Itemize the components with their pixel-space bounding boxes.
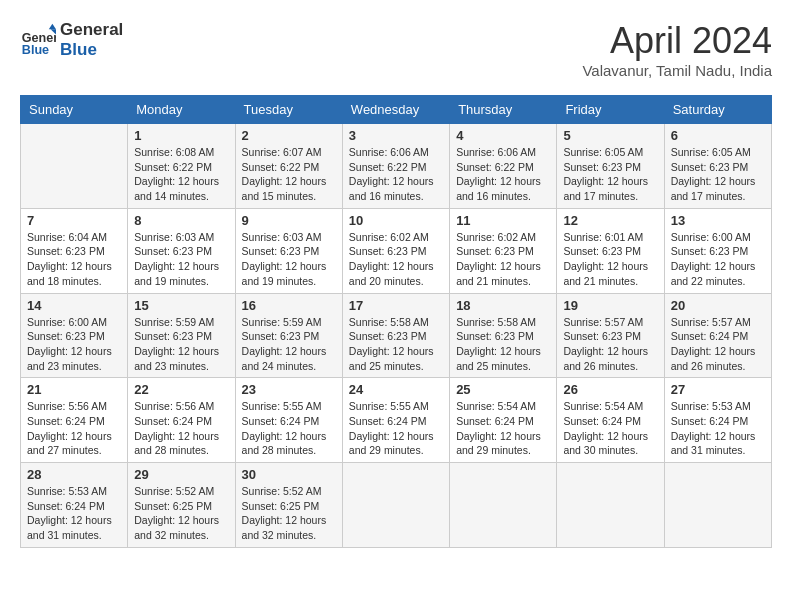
day-info: Sunrise: 5:56 AM Sunset: 6:24 PM Dayligh… xyxy=(27,399,121,458)
day-number: 24 xyxy=(349,382,443,397)
day-number: 19 xyxy=(563,298,657,313)
weekday-header-wednesday: Wednesday xyxy=(342,96,449,124)
day-number: 7 xyxy=(27,213,121,228)
location: Valavanur, Tamil Nadu, India xyxy=(582,62,772,79)
day-info: Sunrise: 6:07 AM Sunset: 6:22 PM Dayligh… xyxy=(242,145,336,204)
day-info: Sunrise: 6:02 AM Sunset: 6:23 PM Dayligh… xyxy=(456,230,550,289)
day-number: 14 xyxy=(27,298,121,313)
weekday-header-thursday: Thursday xyxy=(450,96,557,124)
calendar-cell: 2Sunrise: 6:07 AM Sunset: 6:22 PM Daylig… xyxy=(235,124,342,209)
calendar-cell: 27Sunrise: 5:53 AM Sunset: 6:24 PM Dayli… xyxy=(664,378,771,463)
day-info: Sunrise: 5:54 AM Sunset: 6:24 PM Dayligh… xyxy=(563,399,657,458)
calendar-cell: 14Sunrise: 6:00 AM Sunset: 6:23 PM Dayli… xyxy=(21,293,128,378)
day-info: Sunrise: 5:59 AM Sunset: 6:23 PM Dayligh… xyxy=(242,315,336,374)
calendar-cell: 3Sunrise: 6:06 AM Sunset: 6:22 PM Daylig… xyxy=(342,124,449,209)
calendar-cell: 19Sunrise: 5:57 AM Sunset: 6:23 PM Dayli… xyxy=(557,293,664,378)
calendar-cell: 8Sunrise: 6:03 AM Sunset: 6:23 PM Daylig… xyxy=(128,208,235,293)
calendar-cell: 30Sunrise: 5:52 AM Sunset: 6:25 PM Dayli… xyxy=(235,463,342,548)
calendar-header-row: SundayMondayTuesdayWednesdayThursdayFrid… xyxy=(21,96,772,124)
day-number: 25 xyxy=(456,382,550,397)
calendar-week-row: 7Sunrise: 6:04 AM Sunset: 6:23 PM Daylig… xyxy=(21,208,772,293)
day-number: 26 xyxy=(563,382,657,397)
weekday-header-sunday: Sunday xyxy=(21,96,128,124)
calendar-cell: 28Sunrise: 5:53 AM Sunset: 6:24 PM Dayli… xyxy=(21,463,128,548)
calendar-cell xyxy=(21,124,128,209)
day-info: Sunrise: 5:55 AM Sunset: 6:24 PM Dayligh… xyxy=(242,399,336,458)
day-number: 11 xyxy=(456,213,550,228)
title-block: April 2024 Valavanur, Tamil Nadu, India xyxy=(582,20,772,79)
calendar-cell: 15Sunrise: 5:59 AM Sunset: 6:23 PM Dayli… xyxy=(128,293,235,378)
weekday-header-saturday: Saturday xyxy=(664,96,771,124)
day-number: 18 xyxy=(456,298,550,313)
day-info: Sunrise: 5:54 AM Sunset: 6:24 PM Dayligh… xyxy=(456,399,550,458)
day-info: Sunrise: 6:06 AM Sunset: 6:22 PM Dayligh… xyxy=(349,145,443,204)
calendar-cell: 17Sunrise: 5:58 AM Sunset: 6:23 PM Dayli… xyxy=(342,293,449,378)
calendar-cell: 6Sunrise: 6:05 AM Sunset: 6:23 PM Daylig… xyxy=(664,124,771,209)
day-info: Sunrise: 5:58 AM Sunset: 6:23 PM Dayligh… xyxy=(349,315,443,374)
day-info: Sunrise: 5:58 AM Sunset: 6:23 PM Dayligh… xyxy=(456,315,550,374)
calendar-table: SundayMondayTuesdayWednesdayThursdayFrid… xyxy=(20,95,772,548)
day-info: Sunrise: 5:57 AM Sunset: 6:24 PM Dayligh… xyxy=(671,315,765,374)
weekday-header-monday: Monday xyxy=(128,96,235,124)
calendar-cell: 13Sunrise: 6:00 AM Sunset: 6:23 PM Dayli… xyxy=(664,208,771,293)
calendar-cell: 29Sunrise: 5:52 AM Sunset: 6:25 PM Dayli… xyxy=(128,463,235,548)
day-number: 21 xyxy=(27,382,121,397)
day-info: Sunrise: 6:01 AM Sunset: 6:23 PM Dayligh… xyxy=(563,230,657,289)
day-number: 30 xyxy=(242,467,336,482)
day-number: 28 xyxy=(27,467,121,482)
calendar-cell: 1Sunrise: 6:08 AM Sunset: 6:22 PM Daylig… xyxy=(128,124,235,209)
day-info: Sunrise: 6:05 AM Sunset: 6:23 PM Dayligh… xyxy=(671,145,765,204)
day-info: Sunrise: 6:02 AM Sunset: 6:23 PM Dayligh… xyxy=(349,230,443,289)
logo-text-general: General xyxy=(60,20,123,40)
calendar-cell: 11Sunrise: 6:02 AM Sunset: 6:23 PM Dayli… xyxy=(450,208,557,293)
calendar-cell xyxy=(664,463,771,548)
day-info: Sunrise: 5:52 AM Sunset: 6:25 PM Dayligh… xyxy=(134,484,228,543)
calendar-cell: 21Sunrise: 5:56 AM Sunset: 6:24 PM Dayli… xyxy=(21,378,128,463)
day-number: 27 xyxy=(671,382,765,397)
calendar-week-row: 14Sunrise: 6:00 AM Sunset: 6:23 PM Dayli… xyxy=(21,293,772,378)
day-info: Sunrise: 6:03 AM Sunset: 6:23 PM Dayligh… xyxy=(242,230,336,289)
svg-text:Blue: Blue xyxy=(22,43,49,57)
day-number: 9 xyxy=(242,213,336,228)
day-number: 5 xyxy=(563,128,657,143)
day-number: 3 xyxy=(349,128,443,143)
page-header: General Blue General Blue April 2024 Val… xyxy=(20,20,772,79)
calendar-cell xyxy=(342,463,449,548)
calendar-week-row: 21Sunrise: 5:56 AM Sunset: 6:24 PM Dayli… xyxy=(21,378,772,463)
calendar-cell: 23Sunrise: 5:55 AM Sunset: 6:24 PM Dayli… xyxy=(235,378,342,463)
calendar-week-row: 1Sunrise: 6:08 AM Sunset: 6:22 PM Daylig… xyxy=(21,124,772,209)
month-title: April 2024 xyxy=(582,20,772,62)
day-info: Sunrise: 6:00 AM Sunset: 6:23 PM Dayligh… xyxy=(671,230,765,289)
calendar-cell: 12Sunrise: 6:01 AM Sunset: 6:23 PM Dayli… xyxy=(557,208,664,293)
day-info: Sunrise: 5:53 AM Sunset: 6:24 PM Dayligh… xyxy=(671,399,765,458)
day-number: 15 xyxy=(134,298,228,313)
day-number: 8 xyxy=(134,213,228,228)
calendar-cell: 10Sunrise: 6:02 AM Sunset: 6:23 PM Dayli… xyxy=(342,208,449,293)
day-info: Sunrise: 5:57 AM Sunset: 6:23 PM Dayligh… xyxy=(563,315,657,374)
day-info: Sunrise: 6:06 AM Sunset: 6:22 PM Dayligh… xyxy=(456,145,550,204)
day-info: Sunrise: 6:00 AM Sunset: 6:23 PM Dayligh… xyxy=(27,315,121,374)
calendar-cell: 26Sunrise: 5:54 AM Sunset: 6:24 PM Dayli… xyxy=(557,378,664,463)
day-info: Sunrise: 5:59 AM Sunset: 6:23 PM Dayligh… xyxy=(134,315,228,374)
day-number: 20 xyxy=(671,298,765,313)
day-info: Sunrise: 6:03 AM Sunset: 6:23 PM Dayligh… xyxy=(134,230,228,289)
calendar-cell: 9Sunrise: 6:03 AM Sunset: 6:23 PM Daylig… xyxy=(235,208,342,293)
day-number: 1 xyxy=(134,128,228,143)
calendar-cell xyxy=(450,463,557,548)
day-number: 22 xyxy=(134,382,228,397)
day-info: Sunrise: 6:08 AM Sunset: 6:22 PM Dayligh… xyxy=(134,145,228,204)
logo: General Blue General Blue xyxy=(20,20,123,59)
calendar-cell: 5Sunrise: 6:05 AM Sunset: 6:23 PM Daylig… xyxy=(557,124,664,209)
day-number: 13 xyxy=(671,213,765,228)
calendar-cell: 7Sunrise: 6:04 AM Sunset: 6:23 PM Daylig… xyxy=(21,208,128,293)
day-number: 16 xyxy=(242,298,336,313)
logo-text-blue: Blue xyxy=(60,40,123,60)
day-info: Sunrise: 5:52 AM Sunset: 6:25 PM Dayligh… xyxy=(242,484,336,543)
calendar-cell xyxy=(557,463,664,548)
day-number: 12 xyxy=(563,213,657,228)
weekday-header-tuesday: Tuesday xyxy=(235,96,342,124)
day-info: Sunrise: 5:55 AM Sunset: 6:24 PM Dayligh… xyxy=(349,399,443,458)
day-info: Sunrise: 5:53 AM Sunset: 6:24 PM Dayligh… xyxy=(27,484,121,543)
logo-icon: General Blue xyxy=(20,22,56,58)
day-info: Sunrise: 6:04 AM Sunset: 6:23 PM Dayligh… xyxy=(27,230,121,289)
